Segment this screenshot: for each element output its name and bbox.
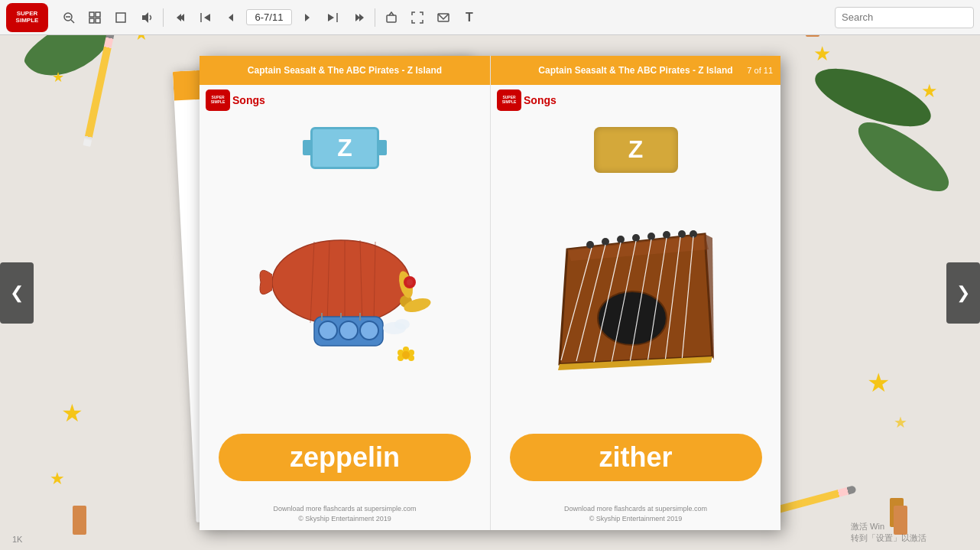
page-left-image — [238, 169, 452, 434]
page-right-z-letter: Z — [628, 135, 644, 164]
zither-svg — [544, 211, 728, 395]
svg-point-51 — [586, 241, 594, 249]
pages-stack: zebra Captain Seasalt & The ABC Pirates … — [70, 48, 910, 538]
watermark-line1: 激活 Win — [851, 521, 926, 532]
nav2-button[interactable] — [347, 6, 370, 29]
page-right-logo-text: SUPERSIMPLE — [502, 96, 517, 104]
grid-icon — [89, 11, 101, 24]
next-page-nav-arrow[interactable]: ❯ — [946, 262, 980, 324]
svg-rect-7 — [116, 13, 125, 22]
prev-page-button[interactable] — [220, 6, 243, 29]
next-icon — [300, 11, 313, 24]
fit-icon — [115, 11, 127, 24]
page-left: Captain Seasalt & The ABC Pirates - Z Is… — [200, 56, 490, 530]
page-right-header-title: Captain Seasalt & The ABC Pirates - Z Is… — [538, 65, 732, 76]
toolbar-separator-2 — [375, 8, 375, 27]
svg-point-35 — [407, 279, 413, 285]
page-right-logo: SUPERSIMPLE Songs — [497, 89, 557, 111]
page-right-footer-line2: © Skyship Entertainment 2019 — [589, 515, 683, 522]
page-right-image — [537, 173, 735, 434]
first-page-button[interactable] — [194, 6, 217, 29]
text-tool-icon: T — [466, 11, 473, 24]
audio-button[interactable] — [135, 6, 158, 29]
svg-point-53 — [617, 236, 625, 243]
page-right-header: Captain Seasalt & The ABC Pirates - Z Is… — [491, 56, 780, 85]
prev-icon — [226, 11, 238, 24]
svg-rect-6 — [96, 18, 100, 23]
page-right-word-text: zither — [599, 441, 672, 474]
next-page-button[interactable] — [295, 6, 318, 29]
svg-point-55 — [647, 233, 655, 240]
page-right-word-label: zither — [510, 434, 762, 481]
last-page-icon — [326, 11, 339, 24]
toolbar-separator-1 — [163, 8, 164, 27]
svg-point-52 — [602, 238, 609, 246]
page-left-footer-line1: Download more flashcards at supersimple.… — [273, 505, 416, 513]
audio-icon — [141, 11, 153, 24]
first-page-icon — [200, 11, 212, 24]
page-spread: Captain Seasalt & The ABC Pirates - Z Is… — [200, 56, 780, 530]
zoom-out-icon — [63, 11, 75, 24]
mail-icon — [437, 11, 449, 24]
svg-point-44 — [402, 351, 410, 359]
grid-view-button[interactable] — [83, 6, 106, 29]
fit-page-button[interactable] — [109, 6, 132, 29]
page-right-logo-bg: SUPERSIMPLE — [497, 89, 521, 111]
svg-rect-4 — [96, 12, 100, 17]
page-right-z-scroll: Z — [594, 127, 678, 173]
page-left-z-banner: Z — [310, 127, 379, 169]
svg-rect-11 — [387, 15, 396, 22]
last-page-button[interactable] — [321, 6, 344, 29]
page-right-logo-name: Songs — [524, 94, 557, 106]
back-button[interactable] — [168, 6, 191, 29]
page-left-footer-line2: © Skyship Entertainment 2019 — [298, 515, 391, 522]
nav2-icon — [352, 11, 365, 24]
page-left-logo-name: Songs — [232, 94, 265, 106]
page-left-word-text: zeppelin — [290, 441, 400, 474]
page-right-page-num: 7 of 11 — [747, 66, 773, 75]
svg-point-54 — [632, 234, 640, 242]
page-left-word-label: zeppelin — [219, 434, 471, 481]
page-num-bottom: 1K — [12, 535, 22, 544]
zoom-out-button[interactable] — [57, 6, 80, 29]
toolbar-logo: SUPER SIMPLE — [6, 3, 48, 32]
page-left-logo-bg: SUPERSIMPLE — [206, 89, 230, 111]
svg-point-56 — [663, 231, 670, 239]
svg-point-37 — [394, 319, 410, 330]
zeppelin-svg — [245, 202, 444, 401]
share-button[interactable] — [380, 6, 403, 29]
prev-page-nav-arrow[interactable]: ❮ — [0, 262, 34, 324]
svg-point-57 — [678, 230, 686, 238]
page-left-header-title: Captain Seasalt & The ABC Pirates - Z Is… — [248, 65, 442, 76]
fullscreen-icon — [411, 11, 423, 24]
svg-rect-3 — [89, 12, 94, 17]
svg-line-2 — [71, 20, 74, 23]
pdf-viewer: ❮ zebra Captain Seasalt & The ABC Pirate… — [0, 35, 980, 550]
mail-button[interactable] — [432, 6, 455, 29]
search-input[interactable] — [835, 7, 974, 28]
page-left-logo-text: SUPERSIMPLE — [211, 96, 226, 104]
page-right: Captain Seasalt & The ABC Pirates - Z Is… — [490, 56, 780, 530]
page-left-z-letter: Z — [337, 134, 352, 162]
fullscreen-button[interactable] — [406, 6, 429, 29]
page-left-logo: SUPERSIMPLE Songs — [206, 89, 265, 111]
binder-clip-2 — [73, 506, 86, 535]
next-arrow-icon: ❯ — [956, 283, 970, 303]
text-tool-button[interactable]: T — [458, 6, 481, 29]
watermark-line2: 转到「设置」以激活 — [851, 532, 926, 544]
toolbar: SUPER SIMPLE 6-7/11 T — [0, 0, 980, 35]
prev-arrow-icon: ❮ — [10, 283, 24, 303]
page-indicator: 6-7/11 — [246, 9, 292, 25]
watermark: 激活 Win 转到「设置」以激活 — [851, 521, 926, 544]
svg-marker-8 — [142, 12, 148, 23]
share-icon — [385, 11, 398, 24]
back-icon — [174, 11, 186, 24]
toolbar-logo-text: SUPER SIMPLE — [6, 11, 48, 24]
page-right-footer: Download more flashcards at supersimple.… — [564, 504, 707, 523]
page-right-footer-line1: Download more flashcards at supersimple.… — [564, 505, 707, 513]
page-left-header: Captain Seasalt & The ABC Pirates - Z Is… — [200, 56, 490, 85]
page-left-footer: Download more flashcards at supersimple.… — [273, 504, 416, 523]
svg-rect-5 — [89, 18, 94, 23]
